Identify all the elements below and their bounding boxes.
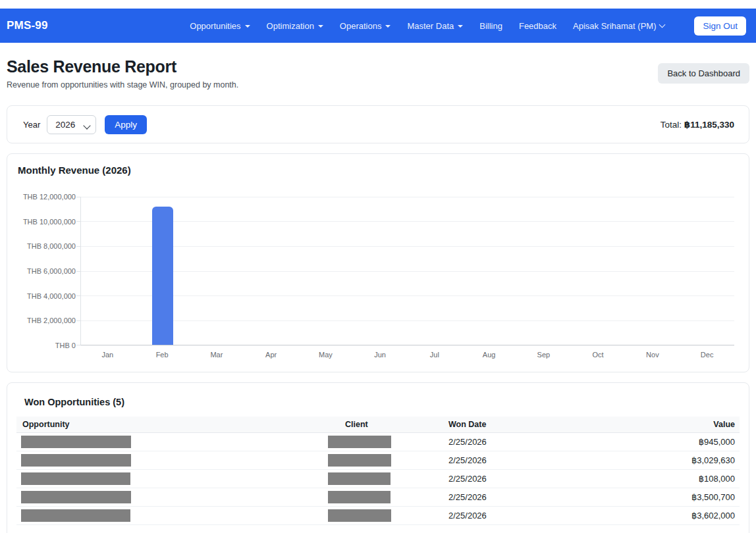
y-axis-tick-mark (76, 271, 80, 272)
nav-item-label: Optimization (267, 21, 314, 31)
col-header-won-date: Won Date (442, 420, 593, 429)
revenue-bar-feb (152, 207, 173, 345)
y-axis-tick-label: THB 0 (55, 342, 76, 349)
opportunity-cell (16, 436, 323, 448)
monthly-revenue-chart: THB 0THB 2,000,000THB 4,000,000THB 6,000… (18, 197, 738, 360)
x-axis-tick-label: Nov (646, 351, 659, 359)
user-menu-label: Apisak Srihamat (PM) (573, 21, 656, 31)
table-title: Won Opportunities (5) (24, 397, 740, 407)
table-row: 2/25/2026฿3,500,700 (16, 488, 740, 507)
nav-item-feedback[interactable]: Feedback (519, 21, 556, 31)
value-cell: ฿108,000 (593, 474, 740, 484)
gridline (81, 295, 734, 296)
x-axis-tick-label: Dec (701, 351, 714, 359)
navbar: PMS-99 OpportunitiesOptimizationOperatio… (0, 9, 756, 43)
value-cell: ฿945,000 (593, 437, 740, 447)
opportunity-cell (16, 472, 323, 485)
page-header: Sales Revenue Report Revenue from opport… (7, 43, 749, 89)
nav-item-label: Feedback (519, 21, 556, 31)
caret-down-icon (318, 25, 323, 28)
caret-down-icon (385, 25, 391, 28)
user-menu[interactable]: Apisak Srihamat (PM) (573, 21, 664, 31)
gridline (81, 271, 734, 272)
table-row: 2/25/2026฿108,000 (16, 470, 740, 488)
redacted-client-name (328, 472, 391, 485)
won-date-cell: 2/25/2026 (442, 492, 593, 502)
nav-item-label: Opportunities (190, 21, 240, 31)
table-header-row: Opportunity Client Won Date Value (16, 417, 740, 433)
year-select[interactable]: 2026 (47, 115, 96, 134)
y-axis-tick-label: THB 12,000,000 (23, 193, 76, 201)
y-axis-tick-mark (76, 197, 80, 197)
won-date-cell: 2/25/2026 (442, 437, 593, 447)
year-select-wrap: 2026 (47, 115, 96, 134)
x-axis-tick-label: Feb (156, 351, 169, 359)
chart-plot-area (80, 197, 734, 345)
total-revenue: Total: ฿11,185,330 (661, 119, 734, 130)
client-cell (323, 436, 442, 448)
filter-card: Year 2026 Apply Total: ฿11,185,330 (7, 105, 749, 143)
opportunity-cell (16, 509, 323, 522)
gridline (81, 197, 734, 197)
table-row: 2/25/2026฿945,000 (16, 433, 740, 451)
y-axis-tick-label: THB 6,000,000 (27, 267, 76, 275)
year-label: Year (23, 120, 40, 130)
gridline (81, 221, 734, 222)
x-axis: JanFebMarAprMayJunJulAugSepOctNovDec (80, 345, 734, 360)
redacted-client-name (328, 454, 391, 467)
nav-item-label: Operations (340, 21, 382, 31)
redacted-client-name (328, 491, 391, 503)
x-axis-tick-label: Sep (537, 351, 551, 359)
redacted-client-name (328, 436, 391, 448)
apply-button[interactable]: Apply (105, 115, 147, 134)
x-axis-tick-label: Jul (430, 351, 439, 359)
caret-down-icon (458, 25, 463, 28)
nav-item-optimization[interactable]: Optimization (267, 21, 323, 31)
nav-item-opportunities[interactable]: Opportunities (190, 21, 250, 31)
x-axis-tick-label: Apr (265, 351, 277, 359)
value-cell: ฿3,029,630 (593, 455, 740, 465)
won-date-cell: 2/25/2026 (442, 511, 593, 520)
nav-item-master-data[interactable]: Master Data (407, 21, 463, 31)
nav-item-operations[interactable]: Operations (340, 21, 391, 31)
x-axis-tick-label: Oct (593, 351, 604, 359)
x-axis-tick-label: May (319, 351, 333, 359)
nav-menu: OpportunitiesOptimizationOperationsMaste… (190, 16, 746, 36)
client-cell (323, 472, 442, 485)
y-axis-tick-label: THB 2,000,000 (27, 317, 76, 324)
chart-card: Monthly Revenue (2026) THB 0THB 2,000,00… (7, 153, 749, 372)
y-axis-tick-label: THB 10,000,000 (23, 218, 76, 226)
y-axis-tick-mark (76, 246, 80, 247)
caret-down-icon (245, 25, 250, 28)
opportunity-cell (16, 454, 323, 467)
value-cell: ฿3,500,700 (593, 492, 740, 502)
back-to-dashboard-button[interactable]: Back to Dashboard (658, 63, 749, 84)
page-subtitle: Revenue from opportunities with stage WI… (7, 80, 238, 89)
value-cell: ฿3,602,000 (593, 511, 740, 520)
y-axis-tick-label: THB 4,000,000 (27, 292, 76, 300)
brand-logo[interactable]: PMS-99 (7, 19, 48, 32)
x-axis-tick-label: Jan (102, 351, 114, 359)
chevron-down-icon (659, 22, 666, 28)
y-axis-tick-label: THB 8,000,000 (27, 242, 76, 250)
y-axis-tick-mark (76, 295, 80, 296)
x-axis-tick-label: Aug (483, 351, 496, 359)
redacted-client-name (328, 509, 391, 522)
table-row: 2/25/2026฿3,602,000 (16, 507, 740, 525)
client-cell (323, 454, 442, 467)
col-header-opportunity: Opportunity (16, 420, 323, 429)
nav-item-billing[interactable]: Billing (479, 21, 502, 31)
table-body: 2/25/2026฿945,0002/25/2026฿3,029,6302/25… (16, 433, 740, 525)
won-date-cell: 2/25/2026 (442, 474, 593, 484)
won-date-cell: 2/25/2026 (442, 455, 593, 465)
redacted-opportunity-name (21, 509, 130, 522)
total-value: ฿11,185,330 (684, 120, 734, 130)
sign-out-button[interactable]: Sign Out (694, 16, 746, 36)
gridline (81, 320, 734, 321)
y-axis: THB 0THB 2,000,000THB 4,000,000THB 6,000… (18, 197, 76, 345)
col-header-client: Client (323, 420, 442, 429)
y-axis-tick-mark (76, 221, 80, 222)
top-gap (0, 0, 756, 9)
client-cell (323, 491, 442, 503)
redacted-opportunity-name (21, 436, 131, 448)
